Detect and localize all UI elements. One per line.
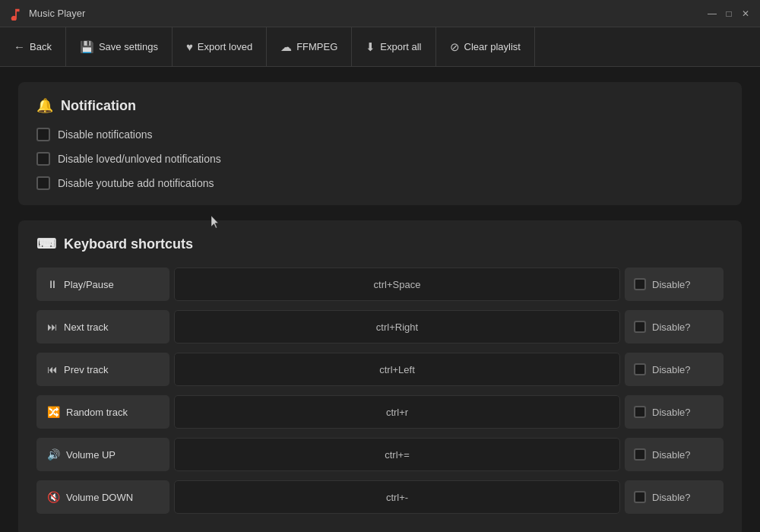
prev-track-disable[interactable]: Disable? xyxy=(625,353,724,386)
toolbar: ← Back 💾 Save settings ♥ Export loved ☁ … xyxy=(0,27,760,67)
checkbox-row-notifications: Disable notifications xyxy=(36,128,724,141)
random-track-button[interactable]: 🔀 Random track xyxy=(36,395,169,429)
next-track-key[interactable]: ctrl+Right xyxy=(174,310,620,344)
shortcut-row-play-pause: ⏸ Play/Pause ctrl+Space Disable? xyxy=(36,266,724,302)
volume-up-label: Volume UP xyxy=(66,449,116,461)
export-loved-button[interactable]: ♥ Export loved xyxy=(173,27,267,66)
volume-up-icon: 🔊 xyxy=(47,448,60,461)
next-track-label: Next track xyxy=(64,321,109,333)
volume-down-key[interactable]: ctrl+- xyxy=(174,480,620,514)
random-track-disable-label: Disable? xyxy=(652,407,691,418)
prev-track-icon: ⏮ xyxy=(47,363,58,375)
volume-up-disable-checkbox[interactable] xyxy=(634,448,646,461)
keyboard-icon: ⌨ xyxy=(36,236,56,252)
volume-down-icon: 🔇 xyxy=(47,491,60,503)
save-icon: 💾 xyxy=(80,40,94,54)
export-loved-label: Export loved xyxy=(198,41,252,52)
prev-track-disable-label: Disable? xyxy=(652,364,691,375)
disable-loved-checkbox[interactable] xyxy=(36,152,50,166)
volume-down-button[interactable]: 🔇 Volume DOWN xyxy=(36,480,169,514)
heart-icon: ♥ xyxy=(186,40,193,53)
volume-up-button[interactable]: 🔊 Volume UP xyxy=(36,438,169,471)
volume-up-disable-label: Disable? xyxy=(652,449,691,461)
play-pause-button[interactable]: ⏸ Play/Pause xyxy=(36,268,169,301)
app-icon xyxy=(9,7,23,21)
save-settings-label: Save settings xyxy=(99,41,158,52)
play-pause-disable-label: Disable? xyxy=(652,279,691,290)
checkbox-row-loved: Disable loved/unloved notifications xyxy=(36,152,724,166)
shortcut-row-volume-up: 🔊 Volume UP ctrl+= Disable? xyxy=(36,436,724,473)
random-track-disable[interactable]: Disable? xyxy=(625,395,724,429)
shortcuts-header: ⌨ Keyboard shortcuts xyxy=(36,236,724,252)
disable-notifications-checkbox[interactable] xyxy=(36,128,50,141)
play-pause-disable-checkbox[interactable] xyxy=(634,278,646,290)
disable-loved-label[interactable]: Disable loved/unloved notifications xyxy=(58,153,221,165)
prev-track-key[interactable]: ctrl+Left xyxy=(174,353,620,386)
save-settings-button[interactable]: 💾 Save settings xyxy=(66,27,173,66)
clear-playlist-button[interactable]: ⊘ Clear playlist xyxy=(436,27,535,66)
random-track-key[interactable]: ctrl+r xyxy=(174,395,620,429)
next-track-disable[interactable]: Disable? xyxy=(625,310,724,344)
shortcut-row-random-track: 🔀 Random track ctrl+r Disable? xyxy=(36,394,724,430)
main-content: 🔔 Notification Disable notifications Dis… xyxy=(0,67,760,532)
next-track-disable-label: Disable? xyxy=(652,321,691,333)
prev-track-disable-checkbox[interactable] xyxy=(634,363,646,375)
shortcut-row-volume-down: 🔇 Volume DOWN ctrl+- Disable? xyxy=(36,479,724,515)
volume-up-key[interactable]: ctrl+= xyxy=(174,438,620,471)
app-title: Music Player xyxy=(29,8,85,19)
maximize-button[interactable]: □ xyxy=(724,8,734,19)
back-label: Back xyxy=(30,41,52,52)
disable-notifications-label[interactable]: Disable notifications xyxy=(58,128,153,141)
random-track-disable-checkbox[interactable] xyxy=(634,406,646,418)
title-bar-left: Music Player xyxy=(9,7,85,21)
random-track-label: Random track xyxy=(66,407,128,418)
next-track-button[interactable]: ⏭ Next track xyxy=(36,310,169,344)
back-icon: ← xyxy=(14,40,25,53)
prev-track-label: Prev track xyxy=(64,364,109,375)
play-pause-disable[interactable]: Disable? xyxy=(625,268,724,301)
ffmpeg-button[interactable]: ☁ FFMPEG xyxy=(267,27,352,66)
disable-youtube-checkbox[interactable] xyxy=(36,176,50,190)
checkbox-row-youtube: Disable youtube add notifications xyxy=(36,176,724,190)
window-controls: — □ ✕ xyxy=(707,8,751,19)
play-pause-label: Play/Pause xyxy=(64,279,114,290)
notification-icon: 🔔 xyxy=(36,97,53,114)
prev-track-button[interactable]: ⏮ Prev track xyxy=(36,353,169,386)
volume-down-disable-checkbox[interactable] xyxy=(634,491,646,503)
shortcut-row-prev-track: ⏮ Prev track ctrl+Left Disable? xyxy=(36,351,724,388)
next-track-disable-checkbox[interactable] xyxy=(634,321,646,333)
close-button[interactable]: ✕ xyxy=(740,8,751,19)
shortcut-row-next-track: ⏭ Next track ctrl+Right Disable? xyxy=(36,309,724,345)
notification-header: 🔔 Notification xyxy=(36,97,724,114)
export-all-button[interactable]: ⬇ Export all xyxy=(352,27,435,66)
volume-down-disable[interactable]: Disable? xyxy=(625,480,724,514)
notification-section: 🔔 Notification Disable notifications Dis… xyxy=(18,82,742,205)
play-pause-icon: ⏸ xyxy=(47,278,58,290)
play-pause-key[interactable]: ctrl+Space xyxy=(174,268,620,301)
disable-youtube-label[interactable]: Disable youtube add notifications xyxy=(58,177,214,189)
shortcuts-section: ⌨ Keyboard shortcuts ⏸ Play/Pause ctrl+S… xyxy=(18,220,742,532)
volume-down-disable-label: Disable? xyxy=(652,492,691,503)
export-all-label: Export all xyxy=(380,41,421,52)
volume-up-disable[interactable]: Disable? xyxy=(625,438,724,471)
cloud-icon: ☁ xyxy=(280,40,292,54)
clear-playlist-label: Clear playlist xyxy=(464,41,521,52)
minimize-button[interactable]: — xyxy=(707,8,717,19)
volume-down-label: Volume DOWN xyxy=(66,492,133,503)
next-track-icon: ⏭ xyxy=(47,321,58,333)
ffmpeg-label: FFMPEG xyxy=(296,41,337,52)
random-track-icon: 🔀 xyxy=(47,406,60,418)
shortcuts-title: Keyboard shortcuts xyxy=(64,236,193,252)
download-icon: ⬇ xyxy=(366,40,375,54)
back-button[interactable]: ← Back xyxy=(0,27,66,66)
notification-title: Notification xyxy=(61,98,136,114)
clear-icon: ⊘ xyxy=(450,40,460,54)
title-bar: Music Player — □ ✕ xyxy=(0,0,760,27)
